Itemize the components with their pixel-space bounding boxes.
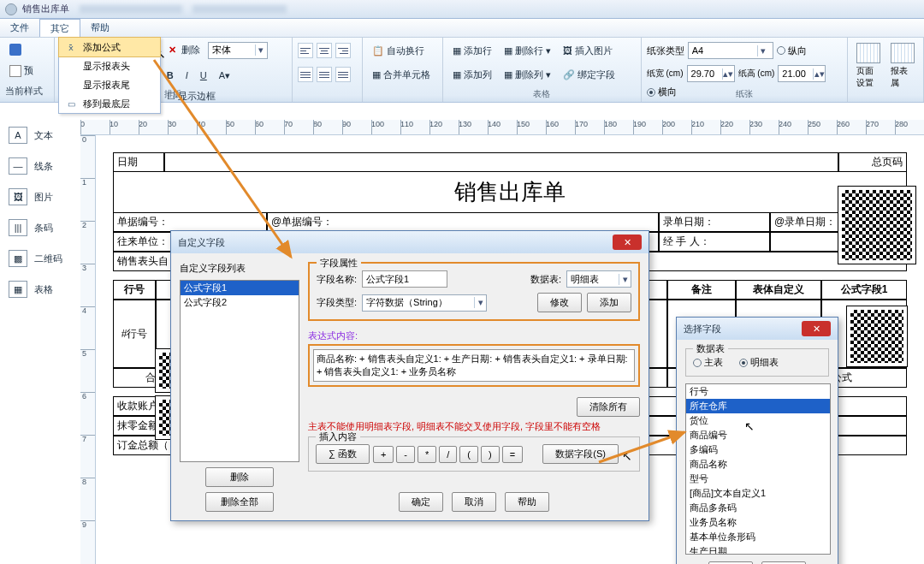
operator-button[interactable]: + bbox=[373, 446, 394, 463]
data-table-combo[interactable]: ▾ bbox=[566, 270, 631, 288]
table-icon: ▦ bbox=[9, 281, 27, 298]
annotation-arrow bbox=[145, 51, 317, 274]
list-item[interactable]: 公式字段1 bbox=[181, 281, 299, 295]
delete-all-button[interactable]: 删除全部 bbox=[205, 492, 274, 512]
handler-label[interactable]: 经 手 人： bbox=[659, 232, 770, 252]
blurred-text bbox=[192, 5, 287, 14]
save-button[interactable] bbox=[5, 41, 26, 58]
chevron-down-icon[interactable]: ▾ bbox=[619, 274, 631, 285]
paper-width-input[interactable]: ▴▾ bbox=[687, 65, 735, 82]
bill-no-bind[interactable]: @单据编号： bbox=[267, 212, 659, 232]
custom-field-list[interactable]: 公式字段1公式字段2 bbox=[180, 280, 299, 462]
field-list[interactable]: 行号所在仓库货位商品编号多编码商品名称型号[商品]文本自定义1商品多条码业务员名… bbox=[685, 383, 831, 555]
field-props-group: 字段属性 字段名称: 数据表: ▾ 字段类型: ▾ 修改 添加 bbox=[308, 262, 640, 321]
vertical-ruler: 0123456789 bbox=[80, 135, 96, 564]
total-pages-label[interactable]: 总页码 bbox=[838, 152, 907, 172]
operator-button[interactable]: = bbox=[502, 446, 523, 463]
del-col-button[interactable]: ▦ 删除列▾ bbox=[500, 66, 555, 84]
list-item[interactable]: 基本单位条形码 bbox=[686, 530, 830, 544]
list-item[interactable]: 商品编号 bbox=[686, 428, 830, 442]
close-button[interactable]: ✕ bbox=[802, 321, 831, 336]
qr-code[interactable] bbox=[838, 187, 915, 264]
paper-type-label: 纸张类型 bbox=[647, 45, 684, 57]
tool-qrcode[interactable]: ▩二维码 bbox=[0, 243, 77, 274]
col-custom[interactable]: 表体自定义 bbox=[736, 280, 821, 300]
operator-button[interactable]: * bbox=[418, 446, 436, 463]
align-center-button[interactable] bbox=[317, 43, 332, 58]
list-item[interactable]: 商品多条码 bbox=[686, 501, 830, 515]
ok-button[interactable]: 确定 bbox=[399, 492, 443, 512]
col-remark[interactable]: 备注 bbox=[667, 280, 736, 300]
footer-icon bbox=[64, 78, 78, 92]
tool-image[interactable]: 🖼图片 bbox=[0, 181, 77, 212]
auto-wrap-button[interactable]: 📋 自动换行 bbox=[368, 42, 429, 60]
help-button[interactable]: 帮助 bbox=[505, 492, 549, 512]
col-formula[interactable]: 公式字段1 bbox=[821, 280, 907, 300]
close-button[interactable]: ✕ bbox=[613, 235, 642, 250]
detail-table-radio[interactable]: 明细表 bbox=[739, 356, 779, 369]
align-right-button[interactable] bbox=[335, 43, 351, 58]
list-item[interactable]: 货位 bbox=[686, 413, 830, 428]
add-button[interactable]: 添加 bbox=[587, 293, 631, 312]
custom-field-dialog[interactable]: 自定义字段 ✕ 自定义字段列表 公式字段1公式字段2 删除 删除全部 字段属性 … bbox=[170, 230, 649, 521]
col-rowno[interactable]: 行号 bbox=[113, 280, 156, 300]
portrait-radio[interactable]: 纵向 bbox=[777, 45, 807, 57]
preview-icon bbox=[9, 65, 21, 77]
list-item[interactable]: 行号 bbox=[686, 384, 830, 399]
select-field-dialog[interactable]: 选择字段 ✕ 数据表 主表 明细表 行号所在仓库货位商品编号多编码商品名称型号[… bbox=[676, 317, 838, 564]
add-col-button[interactable]: ▦ 添加列 bbox=[448, 66, 496, 84]
page-setup-button[interactable]: 页面设置 bbox=[853, 41, 884, 91]
chevron-down-icon[interactable]: ▾ bbox=[474, 297, 486, 308]
list-item[interactable]: 公式字段2 bbox=[181, 295, 299, 310]
operator-button[interactable]: ( bbox=[459, 446, 478, 463]
valign-bot-button[interactable] bbox=[335, 67, 351, 82]
chevron-down-icon[interactable]: ▾ bbox=[757, 45, 769, 56]
list-item[interactable]: [商品]文本自定义1 bbox=[686, 486, 830, 501]
clear-all-button[interactable]: 清除所有 bbox=[577, 397, 640, 417]
main-table-radio[interactable]: 主表 bbox=[693, 356, 723, 369]
expression-text[interactable]: 商品名称: + 销售表头自定义1: + 生产日期: + 销售表头自定义1: + … bbox=[313, 349, 635, 382]
text-icon: A bbox=[9, 127, 27, 144]
field-type-combo[interactable]: ▾ bbox=[362, 294, 487, 312]
paper-height-input[interactable]: ▴▾ bbox=[778, 65, 826, 82]
insert-pic-button[interactable]: 🖼 插入图片 bbox=[559, 42, 617, 60]
menu-file[interactable]: 文件 bbox=[0, 19, 39, 37]
list-item[interactable]: 型号 bbox=[686, 472, 830, 486]
menu-help[interactable]: 帮助 bbox=[80, 19, 120, 37]
del-row-button[interactable]: ▦ 删除行▾ bbox=[500, 42, 555, 60]
merge-cells-button[interactable]: ▦ 合并单元格 bbox=[368, 66, 435, 84]
cancel-button[interactable]: 取消 bbox=[452, 492, 496, 512]
qr-code[interactable] bbox=[847, 306, 907, 366]
list-item[interactable]: 生产日期 bbox=[686, 544, 830, 555]
rowno-bind[interactable]: #行号 bbox=[113, 300, 156, 368]
paper-type-combo[interactable]: ▾ bbox=[688, 42, 773, 59]
dd-label: 显示报表尾 bbox=[83, 79, 130, 92]
entry-date-label[interactable]: 录单日期： bbox=[659, 212, 770, 232]
dd-label: 显示报表头 bbox=[83, 60, 130, 73]
list-item[interactable]: 所在仓库 bbox=[686, 399, 830, 413]
dialog-titlebar[interactable]: 选择字段 ✕ bbox=[677, 318, 838, 340]
operator-button[interactable]: - bbox=[396, 446, 415, 463]
operator-button[interactable]: ) bbox=[481, 446, 500, 463]
group-label: 纸张 bbox=[647, 88, 842, 100]
list-item[interactable]: 商品名称 bbox=[686, 457, 830, 472]
valign-mid-button[interactable] bbox=[317, 67, 332, 82]
report-props-button[interactable]: 报表属 bbox=[887, 41, 918, 91]
function-button[interactable]: ∑ 函数 bbox=[316, 444, 370, 464]
tool-line[interactable]: —线条 bbox=[0, 151, 77, 181]
barcode-icon: ||| bbox=[9, 219, 27, 236]
bind-field-button[interactable]: 🔗 绑定字段 bbox=[559, 66, 619, 84]
field-name-input[interactable] bbox=[362, 270, 447, 288]
svg-line-1 bbox=[599, 432, 684, 462]
preview-button[interactable]: 预 bbox=[5, 62, 38, 80]
tool-table[interactable]: ▦表格 bbox=[0, 274, 77, 305]
list-item[interactable]: 多编码 bbox=[686, 442, 830, 457]
list-item[interactable]: 业务员名称 bbox=[686, 515, 830, 530]
menu-other[interactable]: 其它 bbox=[39, 19, 80, 37]
tool-barcode[interactable]: |||条码 bbox=[0, 212, 77, 243]
modify-button[interactable]: 修改 bbox=[537, 293, 582, 312]
operator-button[interactable]: / bbox=[439, 446, 457, 463]
tool-text[interactable]: A文本 bbox=[0, 120, 77, 151]
add-row-button[interactable]: ▦ 添加行 bbox=[448, 42, 496, 60]
delete-button[interactable]: 删除 bbox=[205, 467, 274, 487]
